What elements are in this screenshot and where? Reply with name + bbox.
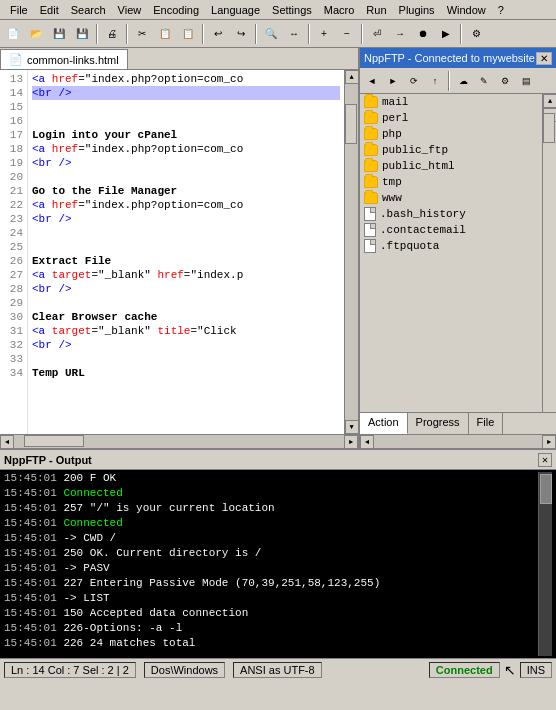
ftp-back-btn[interactable]: ◄ — [362, 71, 382, 91]
folder-icon — [364, 96, 378, 108]
ftp-tab-action[interactable]: Action — [360, 413, 408, 434]
toolbar-undo[interactable]: ↩ — [207, 23, 229, 45]
ftp-item[interactable]: perl — [360, 110, 542, 126]
ftp-up-btn[interactable]: ↑ — [425, 71, 445, 91]
ftp-refresh-btn[interactable]: ⟳ — [404, 71, 424, 91]
toolbar-settings[interactable]: ⚙ — [465, 23, 487, 45]
output-text: 200 F OK — [57, 472, 116, 484]
toolbar-save-all[interactable]: 💾 — [71, 23, 93, 45]
output-line: 15:45:01 226 24 matches total — [4, 637, 538, 652]
toolbar-zoom-in[interactable]: + — [313, 23, 335, 45]
ftp-settings-btn[interactable]: ⚙ — [495, 71, 515, 91]
code-line-22: <a href="index.php?option=com_co — [32, 198, 340, 212]
ftp-item[interactable]: tmp — [360, 174, 542, 190]
toolbar-cut[interactable]: ✂ — [131, 23, 153, 45]
ftp-tab-file[interactable]: File — [469, 413, 504, 434]
code-line-32: <br /> — [32, 338, 340, 352]
ftp-panel: NppFTP - Connected to mywebsite ✕ ◄ ► ⟳ … — [360, 48, 556, 448]
menu-file[interactable]: File — [4, 3, 34, 17]
ftp-item[interactable]: public_html — [360, 158, 542, 174]
output-text: 226-Options: -a -l — [57, 622, 182, 634]
ftp-filename: .bash_history — [380, 208, 466, 220]
scroll-track[interactable] — [345, 84, 358, 420]
ftp-item[interactable]: public_ftp — [360, 142, 542, 158]
ftp-item[interactable]: .bash_history — [360, 206, 542, 222]
menu-help[interactable]: ? — [492, 3, 510, 17]
ftp-item[interactable]: .ftpquota — [360, 238, 542, 254]
ftp-tabs: Action Progress File — [360, 412, 556, 434]
output-lines: 15:45:01 200 F OK15:45:01 Connected15:45… — [4, 472, 538, 656]
menu-settings[interactable]: Settings — [266, 3, 318, 17]
status-right: Connected ↖ INS — [429, 662, 552, 678]
editor-vscrollbar[interactable]: ▲ ▼ — [344, 70, 358, 434]
menu-plugins[interactable]: Plugins — [393, 3, 441, 17]
toolbar-macro[interactable]: ⏺ — [412, 23, 434, 45]
output-vscrollbar[interactable] — [538, 472, 552, 656]
ftp-item[interactable]: www — [360, 190, 542, 206]
editor-tab[interactable]: 📄 common-links.html — [0, 49, 128, 69]
code-area[interactable]: <a href="index.php?option=com_co<br /> L… — [28, 70, 344, 434]
toolbar-wrap[interactable]: ⏎ — [366, 23, 388, 45]
toolbar-indent[interactable]: → — [389, 23, 411, 45]
output-titlebar: NppFTP - Output ✕ — [0, 450, 556, 470]
toolbar-copy[interactable]: 📋 — [154, 23, 176, 45]
output-timestamp: 15:45:01 — [4, 622, 57, 634]
scroll-thumb[interactable] — [345, 104, 357, 144]
hscroll-track[interactable] — [14, 435, 344, 448]
menu-view[interactable]: View — [112, 3, 148, 17]
ftp-item[interactable]: php — [360, 126, 542, 142]
hscroll-right-btn[interactable]: ► — [344, 435, 358, 449]
menu-encoding[interactable]: Encoding — [147, 3, 205, 17]
ftp-scroll-up[interactable]: ▲ — [543, 94, 556, 108]
toolbar-find[interactable]: 🔍 — [260, 23, 282, 45]
scroll-down-btn[interactable]: ▼ — [345, 420, 359, 434]
hscroll-left-btn[interactable]: ◄ — [0, 435, 14, 449]
menu-macro[interactable]: Macro — [318, 3, 361, 17]
folder-icon — [364, 112, 378, 124]
ftp-tab-progress[interactable]: Progress — [408, 413, 469, 434]
editor-hscrollbar[interactable]: ◄ ► — [0, 434, 358, 448]
ftp-forward-btn[interactable]: ► — [383, 71, 403, 91]
statusbar: Ln : 14 Col : 7 Sel : 2 | 2 Dos\Windows … — [0, 658, 556, 680]
ftp-titlebar: NppFTP - Connected to mywebsite ✕ — [360, 48, 556, 68]
toolbar-redo[interactable]: ↪ — [230, 23, 252, 45]
ftp-connect-btn[interactable]: ☁ — [453, 71, 473, 91]
menu-search[interactable]: Search — [65, 3, 112, 17]
menu-language[interactable]: Language — [205, 3, 266, 17]
ftp-filename: public_html — [382, 160, 455, 172]
menu-window[interactable]: Window — [441, 3, 492, 17]
toolbar-paste[interactable]: 📋 — [177, 23, 199, 45]
status-charset: ANSI as UTF-8 — [233, 662, 322, 678]
editor-content[interactable]: 1314151617181920212223242526272829303132… — [0, 70, 344, 434]
ftp-item[interactable]: mail — [360, 94, 542, 110]
output-close-btn[interactable]: ✕ — [538, 453, 552, 467]
code-line-14: <br /> — [32, 86, 340, 100]
ftp-hscroll-left[interactable]: ◄ — [360, 435, 374, 449]
toolbar: 📄 📂 💾 💾 🖨 ✂ 📋 📋 ↩ ↪ 🔍 ↔ + − ⏎ → ⏺ ▶ ⚙ — [0, 20, 556, 48]
toolbar-zoom-out[interactable]: − — [336, 23, 358, 45]
output-title: NppFTP - Output — [4, 454, 92, 466]
toolbar-print[interactable]: 🖨 — [101, 23, 123, 45]
ftp-menu-btn[interactable]: ▤ — [516, 71, 536, 91]
ftp-hscroll-track[interactable] — [374, 435, 542, 448]
toolbar-run[interactable]: ▶ — [435, 23, 457, 45]
ftp-hscroll-right[interactable]: ► — [542, 435, 556, 449]
code-line-27: <a target="_blank" href="index.p — [32, 268, 340, 282]
ftp-item[interactable]: .contactemail — [360, 222, 542, 238]
scroll-up-btn[interactable]: ▲ — [345, 70, 359, 84]
status-encoding: Dos\Windows — [144, 662, 225, 678]
toolbar-replace[interactable]: ↔ — [283, 23, 305, 45]
toolbar-open[interactable]: 📂 — [25, 23, 47, 45]
toolbar-new[interactable]: 📄 — [2, 23, 24, 45]
ftp-hscrollbar[interactable]: ◄ ► — [360, 434, 556, 448]
menu-edit[interactable]: Edit — [34, 3, 65, 17]
hscroll-thumb[interactable] — [24, 435, 84, 447]
ftp-scroll-thumb[interactable] — [543, 113, 555, 143]
output-scroll-thumb[interactable] — [540, 474, 552, 504]
ftp-close-btn[interactable]: ✕ — [536, 52, 552, 65]
toolbar-save[interactable]: 💾 — [48, 23, 70, 45]
menu-run[interactable]: Run — [360, 3, 392, 17]
folder-icon — [364, 128, 378, 140]
ftp-edit-btn[interactable]: ✎ — [474, 71, 494, 91]
ftp-vscrollbar[interactable]: ▲ ▼ — [542, 94, 556, 412]
